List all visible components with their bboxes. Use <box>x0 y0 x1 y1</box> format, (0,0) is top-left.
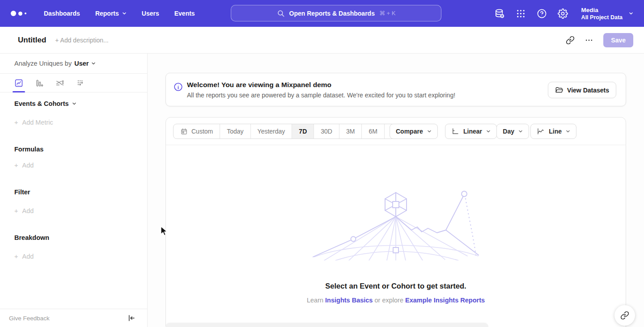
nav-item-dashboards[interactable]: Dashboards <box>44 10 80 17</box>
plus-icon: + <box>14 162 18 169</box>
main-content: Welcome! You are viewing a Mixpanel demo… <box>148 54 644 327</box>
range-6m[interactable]: 6M <box>361 124 384 138</box>
data-management-icon[interactable] <box>495 8 505 19</box>
top-nav: Dashboards Reports Users Events Open Rep… <box>0 0 644 27</box>
share-link-fab[interactable] <box>614 305 635 326</box>
nav-right-group: Media All Project Data <box>495 0 633 27</box>
copy-link-icon[interactable] <box>566 36 575 45</box>
scale-dropdown[interactable]: Linear <box>445 124 497 139</box>
interval-dropdown[interactable]: Day <box>496 124 529 139</box>
chevron-down-icon <box>72 102 76 105</box>
banner-title: Welcome! You are viewing a Mixpanel demo <box>187 81 455 89</box>
date-range-control: Custom Today Yesterday 7D 30D 3M 6M 12M <box>173 124 411 139</box>
search-icon <box>277 9 285 17</box>
sidebar-footer: Give Feedback <box>0 309 147 327</box>
selected-tab-underline <box>13 91 25 92</box>
tab-bar-chart[interactable] <box>35 79 44 88</box>
nav-item-label: Events <box>174 10 195 17</box>
range-today[interactable]: Today <box>220 124 250 138</box>
add-description-field[interactable]: + Add description... <box>55 37 108 44</box>
nav-item-label: Users <box>142 10 159 17</box>
range-label: 6M <box>369 128 377 135</box>
plus-icon: + <box>14 119 18 126</box>
compare-button[interactable]: Compare <box>390 124 438 139</box>
more-options-icon[interactable] <box>585 36 593 45</box>
range-7d[interactable]: 7D <box>292 124 314 138</box>
add-filter-button[interactable]: + Add <box>14 207 34 214</box>
give-feedback-link[interactable]: Give Feedback <box>9 315 50 322</box>
analyze-value-dropdown[interactable]: User <box>74 60 96 67</box>
section-formulas: Formulas <box>14 146 43 153</box>
tab-line-chart[interactable] <box>14 79 23 88</box>
range-label: 30D <box>321 128 332 135</box>
nav-item-users[interactable]: Users <box>142 10 159 17</box>
help-icon[interactable] <box>537 8 547 19</box>
chevron-down-icon <box>629 12 633 15</box>
results-table-peek[interactable] <box>165 323 488 327</box>
view-datasets-label: View Datasets <box>567 87 609 94</box>
add-breakdown-button[interactable]: + Add <box>14 253 34 260</box>
tab-flow[interactable] <box>55 79 64 88</box>
empty-state: Select an Event or Cohort to get started… <box>166 189 626 304</box>
chart-type-label: Line <box>549 128 562 135</box>
section-events-cohorts[interactable]: Events & Cohorts <box>14 100 76 107</box>
tab-retention[interactable] <box>76 79 85 88</box>
apps-grid-icon[interactable] <box>516 8 526 19</box>
folder-icon <box>555 86 563 94</box>
compare-label: Compare <box>396 128 423 135</box>
chevron-down-icon <box>566 130 570 133</box>
axes-icon <box>451 127 459 135</box>
nav-item-label: Dashboards <box>44 10 80 17</box>
chevron-down-icon <box>91 62 96 65</box>
line-chart-icon <box>537 127 545 135</box>
chevron-down-icon <box>486 130 491 133</box>
nav-item-events[interactable]: Events <box>174 10 195 17</box>
insights-basics-link[interactable]: Insights Basics <box>325 297 373 304</box>
section-breakdown: Breakdown <box>14 234 49 241</box>
search-shortcut: ⌘ + K <box>379 10 396 17</box>
range-label: 3M <box>346 128 355 135</box>
info-icon <box>174 82 183 92</box>
gear-icon[interactable] <box>558 8 568 19</box>
range-3m[interactable]: 3M <box>339 124 361 138</box>
collapse-sidebar-icon[interactable] <box>127 314 136 322</box>
report-title[interactable]: Untitled <box>18 36 46 45</box>
add-metric-label: Add Metric <box>22 119 53 126</box>
chart-type-dropdown[interactable]: Line <box>530 124 576 139</box>
add-metric-button[interactable]: + Add Metric <box>14 119 53 126</box>
analyze-value-label: User <box>74 60 89 67</box>
subtitle-middle: or explore <box>374 297 403 304</box>
range-label: Custom <box>191 128 213 135</box>
empty-state-title: Select an Event or Cohort to get started… <box>166 282 626 290</box>
report-header: Untitled + Add description... Save <box>0 27 644 54</box>
mixpanel-logo[interactable] <box>11 11 29 16</box>
range-yesterday[interactable]: Yesterday <box>250 124 292 138</box>
add-formula-label: Add <box>22 162 34 169</box>
analyze-label: Analyze Uniques by <box>14 60 72 67</box>
plus-icon: + <box>14 253 18 260</box>
range-custom[interactable]: Custom <box>174 124 220 138</box>
save-button[interactable]: Save <box>603 33 633 47</box>
add-breakdown-label: Add <box>22 253 34 260</box>
plus-icon: + <box>14 207 18 214</box>
range-label: 7D <box>299 128 307 135</box>
add-formula-button[interactable]: + Add <box>14 162 34 169</box>
add-filter-label: Add <box>22 207 34 214</box>
visualization-tabs <box>0 74 147 92</box>
global-search[interactable]: Open Reports & Dashboards ⌘ + K <box>231 5 441 21</box>
project-scope: All Project Data <box>581 14 623 21</box>
range-30d[interactable]: 30D <box>314 124 339 138</box>
chevron-down-icon <box>122 12 127 15</box>
project-name: Media <box>581 6 623 14</box>
range-label: Today <box>227 128 243 135</box>
scale-label: Linear <box>463 128 482 135</box>
chevron-down-icon <box>427 130 432 133</box>
example-insights-reports-link[interactable]: Example Insights Reports <box>405 297 485 304</box>
chart-controls: Custom Today Yesterday 7D 30D 3M 6M 12M … <box>166 117 626 145</box>
insights-chart-card: Custom Today Yesterday 7D 30D 3M 6M 12M … <box>165 117 626 327</box>
calendar-icon <box>180 128 188 135</box>
view-datasets-button[interactable]: View Datasets <box>548 82 616 98</box>
project-selector[interactable]: Media All Project Data <box>581 6 633 21</box>
nav-item-reports[interactable]: Reports <box>95 10 127 17</box>
search-label: Open Reports & Dashboards <box>289 10 375 17</box>
